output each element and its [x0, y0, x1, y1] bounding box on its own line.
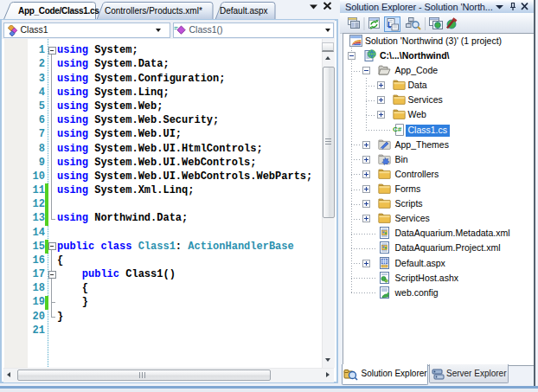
svg-text:C#: C# — [393, 125, 402, 133]
